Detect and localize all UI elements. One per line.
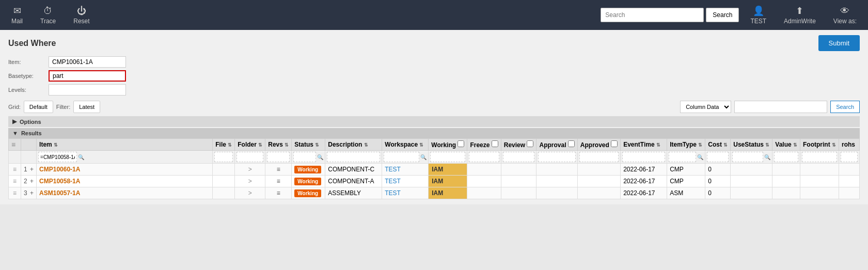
th-description: Description ⇅ — [325, 139, 382, 151]
row-workspace: TEST — [382, 176, 429, 187]
row-approval — [536, 176, 577, 187]
grid-search-input[interactable] — [734, 101, 827, 113]
usestatus-filter-input[interactable] — [732, 152, 763, 162]
basetype-input[interactable] — [49, 70, 126, 82]
nav-reset[interactable]: ⏻ Reset — [67, 3, 96, 28]
status-filter-search-icon[interactable]: 🔍 — [317, 154, 323, 160]
th-status-sort[interactable]: ⇅ — [315, 142, 319, 148]
th-value-sort[interactable]: ⇅ — [793, 142, 797, 148]
top-search-button[interactable]: Search — [706, 8, 739, 22]
th-usestatus-sort[interactable]: ⇅ — [765, 142, 769, 148]
cost-filter-input[interactable] — [707, 152, 729, 162]
review-checkbox[interactable] — [527, 140, 533, 147]
th-item-sort[interactable]: ⇅ — [54, 142, 58, 148]
row-revs: ≡ — [265, 176, 292, 187]
th-approval: Approval — [536, 139, 577, 151]
th-item-label: Item — [39, 141, 52, 148]
rohs-filter-input[interactable] — [841, 152, 858, 162]
trace-label: Trace — [40, 18, 56, 25]
file-filter-input[interactable] — [214, 152, 233, 162]
th-desc-sort[interactable]: ⇅ — [364, 142, 368, 148]
th-eventtime-sort[interactable]: ⇅ — [656, 142, 660, 148]
item-link[interactable]: CMP10058-1A — [39, 178, 80, 185]
results-section[interactable]: ▼ Results — [8, 128, 860, 138]
workspace-link[interactable]: TEST — [385, 189, 401, 197]
revs-icon: ≡ — [277, 166, 280, 173]
th-revs-sort[interactable]: ⇅ — [285, 142, 289, 148]
default-button[interactable]: Default — [24, 101, 53, 113]
th-itemtype-sort[interactable]: ⇅ — [698, 142, 702, 148]
eventtime-filter-input[interactable] — [622, 152, 665, 162]
filter-freeze — [467, 151, 501, 164]
freeze-filter-input[interactable] — [469, 152, 499, 162]
th-num — [21, 139, 37, 151]
mail-label: Mail — [11, 18, 23, 25]
th-value: Value ⇅ — [772, 139, 800, 151]
item-filter-input[interactable] — [38, 152, 77, 162]
column-data-select[interactable]: Column Data — [680, 101, 731, 113]
footprint-filter-input[interactable] — [802, 152, 837, 162]
filter-num — [21, 151, 37, 164]
latest-button[interactable]: Latest — [73, 101, 100, 113]
th-workspace-sort[interactable]: ⇅ — [419, 142, 423, 148]
item-link[interactable]: CMP10060-1A — [39, 166, 80, 173]
row-usestatus — [731, 187, 772, 199]
grid-search-button[interactable]: Search — [830, 101, 860, 113]
item-filter-search-icon[interactable]: 🔍 — [78, 154, 84, 160]
th-folder-sort[interactable]: ⇅ — [258, 142, 262, 148]
nav-trace[interactable]: ⏱ Trace — [34, 3, 62, 28]
approval-checkbox[interactable] — [568, 140, 575, 147]
workspace-link[interactable]: TEST — [385, 178, 401, 185]
row-expand-icon[interactable]: + — [30, 178, 34, 185]
top-search-input[interactable] — [601, 8, 704, 22]
th-footprint-sort[interactable]: ⇅ — [832, 142, 836, 148]
working-filter-input[interactable] — [430, 152, 465, 162]
approval-filter-input[interactable] — [538, 152, 575, 162]
admin-icon: ⬆ — [796, 5, 803, 17]
nav-mail[interactable]: ✉ Mail — [5, 2, 29, 28]
levels-input[interactable] — [49, 84, 126, 96]
revs-filter-input[interactable] — [267, 152, 290, 162]
itemtype-filter-input[interactable] — [669, 152, 696, 162]
nav-viewas[interactable]: 👁 View as: — [827, 3, 863, 28]
item-link[interactable]: ASM10057-1A — [39, 189, 80, 197]
folder-expand[interactable]: > — [248, 166, 252, 173]
options-section[interactable]: ▶ Options — [8, 116, 860, 127]
th-drag: ≡ — [9, 139, 21, 151]
nav-admin[interactable]: ⬆ AdminWrite — [778, 2, 822, 28]
submit-button[interactable]: Submit — [818, 35, 860, 51]
desc-filter-input[interactable] — [327, 152, 380, 162]
row-expand-icon[interactable]: + — [30, 189, 34, 197]
workspace-filter-search-icon[interactable]: 🔍 — [420, 154, 427, 160]
approved-filter-input[interactable] — [579, 152, 619, 162]
working-checkbox[interactable] — [457, 140, 464, 147]
workspace-link[interactable]: TEST — [385, 166, 401, 173]
review-filter-input[interactable] — [503, 152, 535, 162]
user-label: TEST — [750, 18, 766, 25]
nav-user[interactable]: 👤 TEST — [744, 2, 772, 28]
workspace-filter-input[interactable] — [384, 152, 419, 162]
folder-expand[interactable]: > — [248, 189, 252, 197]
row-review — [501, 164, 536, 176]
th-file-sort[interactable]: ⇅ — [228, 142, 232, 148]
row-status: Working — [292, 176, 325, 187]
th-folder: Folder ⇅ — [235, 139, 265, 151]
row-workspace: TEST — [382, 187, 429, 199]
row-expand-icon[interactable]: + — [30, 166, 34, 173]
row-approval — [536, 164, 577, 176]
filter-value — [772, 151, 800, 164]
th-review: Review — [501, 139, 536, 151]
usestatus-filter-search-icon[interactable]: 🔍 — [764, 154, 770, 160]
filter-file — [213, 151, 235, 164]
th-freeze: Freeze — [467, 139, 501, 151]
main-content: Used Where Submit Item: Basetype: Levels… — [0, 30, 868, 204]
folder-expand[interactable]: > — [248, 178, 252, 185]
status-filter-input[interactable] — [293, 152, 316, 162]
folder-filter-input[interactable] — [236, 152, 263, 162]
item-input[interactable] — [49, 56, 126, 68]
itemtype-filter-search-icon[interactable]: 🔍 — [697, 154, 703, 160]
freeze-checkbox[interactable] — [492, 140, 498, 147]
value-filter-input[interactable] — [774, 152, 798, 162]
th-cost-sort[interactable]: ⇅ — [723, 142, 728, 148]
approved-checkbox[interactable] — [611, 140, 618, 147]
